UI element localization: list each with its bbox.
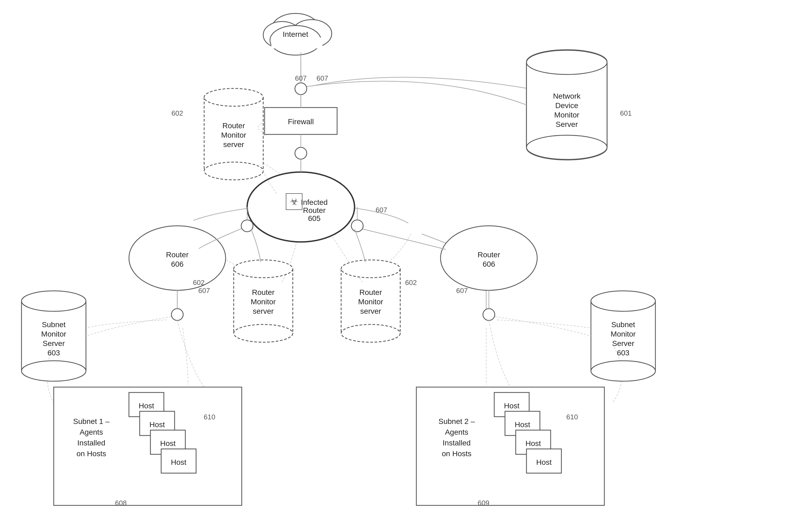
infected-router-label-1: Infected xyxy=(301,198,328,207)
subnet2-label-2: Agents xyxy=(445,428,468,436)
ref-610a: 610 xyxy=(204,413,215,421)
circle-below-right xyxy=(483,309,495,320)
host2c: Host xyxy=(525,439,541,448)
svg-point-40 xyxy=(591,361,655,381)
subnet2-label-3: Installed xyxy=(443,439,470,447)
svg-point-29 xyxy=(234,260,293,278)
svg-text:☣: ☣ xyxy=(290,196,299,207)
ref-607d: 607 xyxy=(456,286,468,295)
network-diagram: Internet 607 604 Firewall Network Device… xyxy=(0,0,812,532)
circle-firewall-below xyxy=(295,147,307,159)
sms-left-label-2: Monitor xyxy=(41,330,66,338)
ref-608: 608 xyxy=(115,499,127,507)
ref-607b: 607 xyxy=(376,206,387,214)
infected-router-label-2: Router xyxy=(303,206,325,214)
subnet1-label-3: Installed xyxy=(77,439,105,447)
rms-top-label-2: Monitor xyxy=(221,131,246,139)
internet-label: Internet xyxy=(283,30,308,39)
rms-top-label-1: Router xyxy=(222,122,245,130)
ref-602a: 602 xyxy=(171,109,183,117)
host2a: Host xyxy=(504,402,520,410)
r606-left-label-2: 606 xyxy=(171,260,184,268)
subnet2-box: Subnet 2 – Agents Installed on Hosts 609… xyxy=(416,387,604,507)
rms-mid-right-label-1: Router xyxy=(359,288,382,296)
r606-right-label-1: Router xyxy=(478,251,500,259)
sms-left-label-3: Server xyxy=(43,339,65,348)
infected-router-label-3: 605 xyxy=(308,214,321,223)
ref-607e: 607 xyxy=(295,74,306,82)
router-monitor-mid-right: Router Monitor server xyxy=(341,260,400,342)
r606-left-label-1: Router xyxy=(166,251,189,259)
sms-left-label-4: 603 xyxy=(47,349,60,357)
ref-610b: 610 xyxy=(566,413,578,421)
svg-point-37 xyxy=(21,291,86,311)
rms-mid-left-label-2: Monitor xyxy=(251,298,276,306)
ref-602c: 602 xyxy=(405,279,417,286)
host1a: Host xyxy=(139,402,154,410)
subnet1-box: Subnet 1 – Agents Installed on Hosts 608… xyxy=(54,387,242,507)
sms-right-label-3: Server xyxy=(612,339,634,348)
ref-601: 601 xyxy=(620,109,632,117)
ref-607a: 607 xyxy=(316,74,328,82)
ndms-label-3: Monitor xyxy=(554,111,579,119)
rms-mid-right-label-3: server xyxy=(360,307,381,315)
sms-right-label-2: Monitor xyxy=(611,330,636,338)
ndms-label-2: Device xyxy=(555,101,578,110)
ndms-label-4: Server xyxy=(556,120,578,128)
sms-left-label-1: Subnet xyxy=(42,320,66,329)
svg-point-28 xyxy=(234,324,293,342)
ndms-label-1: Network xyxy=(553,92,581,100)
sms-right-label-4: 603 xyxy=(617,349,629,357)
svg-point-20 xyxy=(204,88,263,106)
circle-below-left xyxy=(171,309,183,320)
router-606-left: Router 606 xyxy=(129,226,226,290)
subnet2-label-4: on Hosts xyxy=(442,449,472,458)
rms-mid-left-label-3: server xyxy=(253,307,274,315)
subnet1-label-4: on Hosts xyxy=(76,449,106,458)
r606-right-label-2: 606 xyxy=(483,260,495,268)
rms-mid-right-label-2: Monitor xyxy=(358,298,383,306)
rms-mid-left-label-1: Router xyxy=(252,288,275,296)
internet-cloud: Internet xyxy=(263,13,332,55)
host1d: Host xyxy=(171,458,186,466)
subnet1-label-1: Subnet 1 – xyxy=(73,417,110,425)
subnet-monitor-left: Subnet Monitor Server 603 xyxy=(21,291,86,381)
sms-right-label-1: Subnet xyxy=(611,320,635,329)
svg-point-32 xyxy=(341,324,400,342)
ref-607c: 607 xyxy=(198,286,210,295)
host2b: Host xyxy=(514,420,530,429)
ref-602b: 602 xyxy=(193,279,204,286)
circle-internet-gateway xyxy=(295,83,307,95)
router-606-right: Router 606 xyxy=(440,226,537,290)
subnet2-label-1: Subnet 2 – xyxy=(438,417,475,425)
svg-point-19 xyxy=(204,162,263,180)
circle-right-infected xyxy=(351,220,363,232)
svg-point-33 xyxy=(341,260,400,278)
router-monitor-mid-left: Router Monitor server xyxy=(234,260,293,342)
host1b: Host xyxy=(149,420,165,429)
infected-router: ☣ Infected Router 605 xyxy=(247,172,354,242)
host1c: Host xyxy=(160,439,176,448)
firewall-label: Firewall xyxy=(288,117,314,126)
rms-top-label-3: server xyxy=(223,140,244,149)
svg-point-14 xyxy=(526,50,607,74)
router-monitor-top: Router Monitor server xyxy=(204,88,263,180)
subnet-monitor-right: Subnet Monitor Server 603 xyxy=(591,291,655,381)
firewall-box: Firewall xyxy=(264,108,337,135)
subnet1-label-2: Agents xyxy=(79,428,103,436)
svg-point-36 xyxy=(21,361,86,381)
svg-rect-4 xyxy=(271,38,322,48)
svg-point-41 xyxy=(591,291,655,311)
network-device-monitor-server: Network Device Monitor Server xyxy=(526,50,607,160)
ref-609: 609 xyxy=(478,499,489,507)
host2d: Host xyxy=(536,458,552,466)
svg-point-13 xyxy=(526,135,607,159)
